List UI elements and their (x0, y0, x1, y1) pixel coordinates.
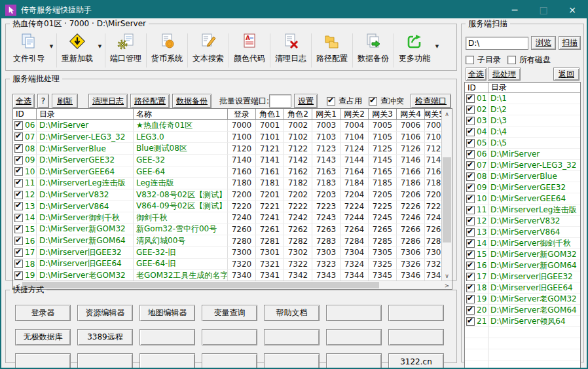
alldisk-checkbox[interactable] (507, 56, 516, 64)
row-checkbox[interactable] (466, 184, 475, 192)
minimize-button[interactable]: ─ (500, 1, 529, 18)
batch-table-row[interactable]: 07D:\MirServer-LEG3_32LEG3.0710071017102… (13, 132, 442, 144)
scan-back-button[interactable]: 返回 (553, 68, 579, 81)
row-checkbox[interactable] (14, 144, 23, 153)
batch-table-row[interactable]: 06D:\MirServer★热血传奇01区700070017002700370… (13, 120, 442, 132)
shortcut-button[interactable]: 变量查询 (202, 305, 257, 321)
row-checkbox[interactable] (14, 260, 23, 268)
scan-table-row[interactable]: 05D:\5 (465, 138, 580, 149)
shortcut-button[interactable]: 资源编辑器 (77, 305, 133, 321)
scan-table-row[interactable]: 11D:\MirserverLeg连击版 (465, 204, 580, 216)
row-checkbox[interactable] (14, 179, 23, 187)
scroll-up-arrow[interactable]: ∧ (442, 109, 452, 119)
row-checkbox[interactable] (14, 271, 23, 280)
row-checkbox[interactable] (466, 206, 475, 214)
shortcut-button[interactable]: 帮助文档 (264, 305, 320, 321)
row-checkbox[interactable] (466, 228, 475, 237)
shortcut-button-empty[interactable] (388, 305, 444, 321)
scan-button[interactable]: 扫描 (559, 36, 581, 50)
shortcut-button-empty[interactable] (202, 329, 257, 345)
scan-table-row[interactable]: 14D:\MirServer御剑千秋 (465, 238, 580, 249)
batch-table-row[interactable]: 16D:\MirServer新GOM64清风幻城00号7280728172827… (13, 235, 442, 247)
batch-table-row[interactable]: 19D:\MirServer老GOM32老GOM32工具生成的名字7340734… (13, 270, 442, 281)
shortcut-button[interactable]: 登录器 (15, 305, 71, 321)
row-checkbox[interactable] (466, 150, 475, 159)
shortcut-button-empty[interactable] (139, 329, 195, 345)
check-ports-button[interactable]: 检查端口 (411, 94, 451, 108)
row-checkbox[interactable] (14, 214, 23, 222)
row-checkbox[interactable] (14, 167, 23, 176)
scan-table-row[interactable]: 09D:\MirServerGEE32 (465, 182, 580, 193)
row-checkbox[interactable] (14, 132, 23, 141)
reload-dropdown-arrow[interactable]: ▼ (96, 32, 103, 49)
shortcut-button-empty[interactable] (15, 353, 71, 369)
row-checkbox[interactable] (466, 139, 475, 147)
row-checkbox[interactable] (466, 117, 475, 125)
row-checkbox[interactable] (14, 156, 23, 165)
row-checkbox[interactable] (466, 195, 475, 203)
maximize-button[interactable]: □ (529, 1, 558, 18)
scan-table-row[interactable]: 13D:\MirServerV864 (465, 227, 580, 238)
toolbar-currency[interactable]: 货币系统 (148, 32, 186, 64)
scan-table-row[interactable]: 08D:\MirServerBlue (465, 171, 580, 182)
shortcut-button-empty[interactable] (77, 353, 133, 369)
subdir-checkbox[interactable] (466, 56, 474, 64)
batch-refresh-button[interactable]: 刷新 (52, 94, 78, 108)
scan-table-row[interactable]: 16D:\MirServer新GOM64 (465, 260, 580, 271)
port-batch-input[interactable] (269, 94, 291, 107)
row-checkbox[interactable] (466, 250, 475, 259)
scan-table-row[interactable]: 03D:\3 (465, 115, 580, 126)
shortcut-button-empty[interactable] (264, 353, 320, 369)
toolbar-file-guide[interactable]: 文件引导 (10, 32, 48, 64)
toolbar-text-search[interactable]: 文本搜索 (189, 32, 227, 64)
batch-data-backup-button[interactable]: 数据备份 (172, 94, 211, 108)
scan-table-row[interactable]: 01D:\1 (465, 93, 580, 104)
shortcut-button-empty[interactable] (326, 353, 382, 369)
batch-table-row[interactable]: 14D:\MirServer御剑千秋御剑千秋724072417242724372… (13, 212, 442, 224)
shortcut-button-empty[interactable] (139, 353, 195, 369)
check-conflict-checkbox[interactable] (369, 97, 377, 106)
row-checkbox[interactable] (466, 306, 475, 315)
shortcut-button[interactable]: 无极数据库 (15, 329, 71, 345)
row-checkbox[interactable] (14, 225, 23, 233)
row-checkbox[interactable] (466, 106, 475, 114)
scan-table-row[interactable]: 19D:\MirServer老GOM32 (465, 294, 580, 305)
row-checkbox[interactable] (14, 121, 23, 130)
vertical-scrollbar[interactable]: ∧ ∨ (441, 109, 452, 281)
shortcut-button-empty[interactable] (326, 305, 382, 321)
toolbar-reload[interactable]: 重新加载 (58, 32, 96, 64)
toolbar-color-code[interactable]: A 颜色代码 (230, 32, 268, 64)
scan-table-row[interactable]: 18D:\Mirserver旧GEE64 (465, 282, 580, 294)
toolbar-data-backup[interactable]: 数据备份 (354, 32, 392, 64)
scan-table-row[interactable]: 06D:\MirServer (465, 149, 580, 160)
row-checkbox[interactable] (466, 295, 475, 303)
close-button[interactable]: × (558, 1, 587, 18)
scan-table-row[interactable]: 04D:\4 (465, 126, 580, 138)
row-checkbox[interactable] (14, 248, 23, 257)
shortcut-button[interactable]: 地图编辑器 (139, 305, 195, 321)
row-checkbox[interactable] (466, 284, 475, 292)
batch-table-row[interactable]: 13D:\MirServerV864V864-09号02区【测试】7220722… (13, 201, 442, 212)
scan-table-row[interactable]: 02D:\2 (465, 104, 580, 115)
scan-select-all-button[interactable]: 全选 (466, 68, 487, 81)
file-guide-dropdown-arrow[interactable]: ▼ (48, 32, 55, 49)
toolbar-more-functions[interactable]: 更多功能 (395, 32, 433, 64)
scan-table-row[interactable]: 10D:\MirServerGEE64 (465, 193, 580, 204)
batch-table-row[interactable]: 12D:\MirServerV832V832-08号02区【测试】7200720… (13, 189, 442, 201)
scan-table-row[interactable]: 15D:\MirServer新GOM32 (465, 249, 580, 260)
row-checkbox[interactable] (466, 273, 475, 281)
shortcut-button-empty[interactable] (388, 329, 444, 345)
scan-path-input[interactable] (466, 37, 528, 50)
check-occupied-checkbox[interactable] (327, 97, 335, 106)
scan-table-row[interactable]: 07D:\MirServer-LEG3_32 (465, 160, 580, 171)
vertical-scroll-thumb[interactable] (443, 157, 451, 243)
row-checkbox[interactable] (466, 161, 475, 170)
batch-clean-logs-button[interactable]: 清理日志 (88, 94, 128, 108)
shortcut-button-empty[interactable] (264, 329, 320, 345)
shortcut-button[interactable]: 3389远程 (77, 329, 133, 345)
row-checkbox[interactable] (466, 262, 475, 270)
browse-button[interactable]: 浏览 (531, 36, 556, 50)
row-checkbox[interactable] (466, 94, 475, 103)
port-set-button[interactable]: 设置 (294, 94, 318, 108)
row-checkbox[interactable] (14, 202, 23, 210)
